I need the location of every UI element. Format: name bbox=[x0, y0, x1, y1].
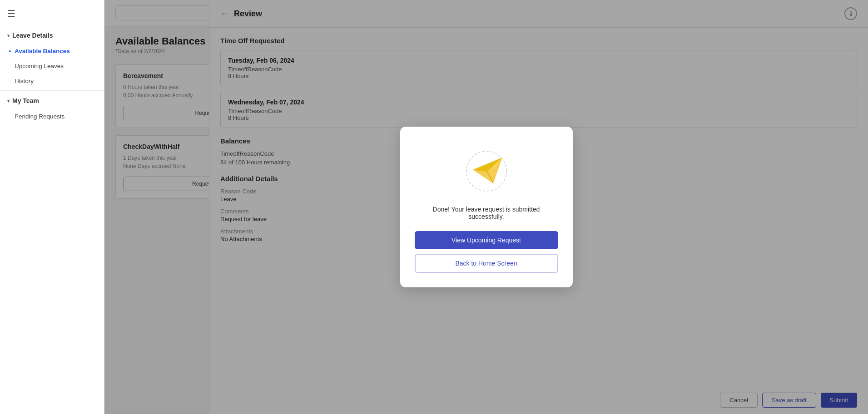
back-to-home-screen-button[interactable]: Back to Home Screen bbox=[415, 254, 558, 273]
sidebar-section-label-my-team: My Team bbox=[12, 97, 39, 104]
success-modal: Done! Your leave request is submitted su… bbox=[400, 127, 573, 287]
sidebar-section-leave-details[interactable]: ▾ Leave Details bbox=[0, 27, 104, 44]
sidebar-divider bbox=[0, 90, 104, 91]
sidebar-item-available-balances[interactable]: Available Balances bbox=[0, 44, 104, 59]
chevron-down-icon-2: ▾ bbox=[7, 99, 10, 104]
chevron-down-icon: ▾ bbox=[7, 33, 10, 38]
modal-illustration bbox=[459, 145, 514, 197]
modal-overlay: Done! Your leave request is submitted su… bbox=[104, 0, 868, 414]
sidebar-item-upcoming-leaves[interactable]: Upcoming Leaves bbox=[0, 59, 104, 74]
hamburger-icon[interactable]: ☰ bbox=[0, 0, 104, 27]
modal-message: Done! Your leave request is submitted su… bbox=[415, 206, 558, 220]
main-content: + Request Time Off ▾ Available Balances … bbox=[104, 0, 868, 414]
sidebar-item-pending-requests[interactable]: Pending Requests bbox=[0, 109, 104, 124]
sidebar: ☰ ▾ Leave Details Available Balances Upc… bbox=[0, 0, 104, 414]
sidebar-section-my-team[interactable]: ▾ My Team bbox=[0, 93, 104, 109]
view-upcoming-request-button[interactable]: View Upcoming Request bbox=[415, 231, 558, 249]
sidebar-item-history[interactable]: History bbox=[0, 74, 104, 89]
sidebar-section-label-leave-details: Leave Details bbox=[12, 32, 53, 39]
